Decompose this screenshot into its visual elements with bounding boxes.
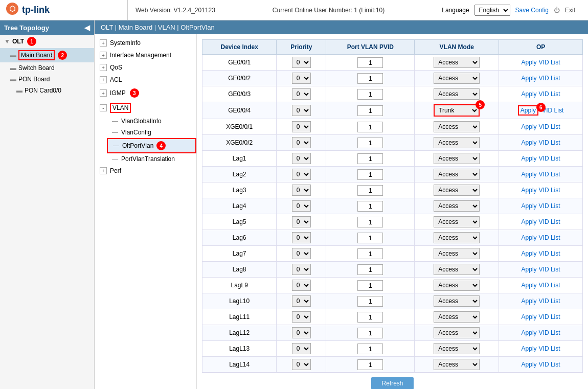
apply-link[interactable]: Apply: [522, 155, 537, 162]
priority-select[interactable]: 01234567: [292, 295, 311, 307]
vlan-mode-select[interactable]: AccessTrunk: [434, 327, 480, 338]
vid-list-link[interactable]: VID List: [539, 187, 560, 194]
vid-list-link[interactable]: VID List: [539, 218, 560, 225]
pvid-input[interactable]: [357, 233, 383, 243]
priority-select[interactable]: 01234567: [292, 248, 311, 259]
pvid-input[interactable]: [357, 201, 383, 212]
vid-list-link[interactable]: VID List: [539, 329, 560, 336]
vid-list-link[interactable]: VID List: [539, 123, 560, 130]
apply-link[interactable]: Apply: [522, 218, 537, 225]
vlan-mode-select[interactable]: AccessTrunk: [434, 137, 480, 148]
nav-vlan-global[interactable]: — VlanGlobalInfo: [107, 116, 196, 127]
vlan-mode-select[interactable]: AccessTrunk: [434, 343, 480, 354]
apply-link[interactable]: Apply: [522, 187, 537, 194]
pvid-input[interactable]: [357, 105, 383, 116]
vlan-mode-select[interactable]: AccessTrunk: [434, 88, 480, 100]
tree-item-switch-board[interactable]: ▬ Switch Board: [0, 62, 94, 74]
priority-select[interactable]: 01234567: [292, 359, 311, 370]
apply-link[interactable]: Apply: [518, 105, 538, 116]
apply-link[interactable]: Apply: [522, 234, 537, 241]
priority-select[interactable]: 01234567: [292, 121, 311, 132]
vid-list-link[interactable]: VID List: [539, 202, 560, 210]
pvid-input[interactable]: [357, 359, 383, 370]
vid-list-link[interactable]: VID List: [539, 313, 560, 321]
pvid-input[interactable]: [357, 344, 383, 354]
vlan-mode-select[interactable]: AccessTrunk: [434, 200, 480, 212]
pvid-input[interactable]: [357, 73, 383, 84]
priority-select[interactable]: 01234567: [292, 311, 311, 323]
apply-link[interactable]: Apply: [522, 313, 537, 321]
apply-link[interactable]: Apply: [522, 123, 537, 130]
priority-select[interactable]: 01234567: [292, 73, 311, 84]
vid-list-link[interactable]: VID List: [539, 282, 560, 289]
save-config-link[interactable]: Save Config: [515, 7, 549, 14]
priority-select[interactable]: 01234567: [292, 232, 311, 243]
tree-item-olt[interactable]: ▼ OLT 1: [0, 35, 94, 48]
priority-select[interactable]: 01234567: [292, 216, 311, 227]
apply-link[interactable]: Apply: [522, 75, 537, 82]
vlan-mode-select[interactable]: AccessTrunk: [434, 248, 480, 259]
vlan-mode-select[interactable]: AccessTrunk: [434, 216, 480, 227]
vlan-mode-select[interactable]: AccessTrunk: [434, 169, 480, 180]
language-select[interactable]: English: [474, 5, 510, 16]
pvid-input[interactable]: [357, 264, 383, 275]
priority-select[interactable]: 01234567: [292, 88, 311, 100]
vid-list-link[interactable]: VID List: [539, 59, 560, 66]
nav-interface-mgmt[interactable]: + Interface Management: [95, 49, 196, 61]
apply-link[interactable]: Apply: [522, 361, 537, 368]
nav-igmp[interactable]: + IGMP 3: [95, 86, 196, 100]
nav-system-info[interactable]: + SystemInfo: [95, 37, 196, 49]
vid-list-link[interactable]: VID List: [539, 139, 560, 146]
priority-select[interactable]: 01234567: [292, 153, 311, 164]
tree-item-pon-card[interactable]: ▬ PON Card0/0: [0, 85, 94, 96]
nav-perf[interactable]: + Perf: [95, 165, 196, 177]
nav-qos[interactable]: + QoS: [95, 61, 196, 74]
vid-list-link[interactable]: VID List: [539, 250, 560, 257]
priority-select[interactable]: 01234567: [292, 343, 311, 354]
vlan-mode-select[interactable]: AccessTrunk: [434, 73, 480, 84]
vlan-mode-select[interactable]: AccessTrunk: [434, 121, 480, 132]
pvid-input[interactable]: [357, 122, 383, 132]
nav-port-vlan-trans[interactable]: — PortVlanTranslation: [107, 153, 196, 165]
vlan-mode-select[interactable]: AccessTrunk: [434, 153, 480, 164]
priority-select[interactable]: 01234567: [292, 137, 311, 148]
refresh-button[interactable]: Refresh: [371, 377, 413, 389]
pvid-input[interactable]: [357, 296, 383, 307]
vid-list-link[interactable]: VID List: [539, 90, 560, 98]
pvid-input[interactable]: [357, 138, 383, 148]
vid-list-link[interactable]: VID List: [539, 171, 560, 178]
nav-acl[interactable]: + ACL: [95, 74, 196, 86]
nav-olt-port-vlan[interactable]: — OltPortVlan 4: [107, 138, 196, 153]
nav-vlan-config[interactable]: — VlanConfig: [107, 127, 196, 138]
priority-select[interactable]: 01234567: [292, 327, 311, 338]
apply-link[interactable]: Apply: [522, 59, 537, 66]
sidebar-toggle[interactable]: ◀: [84, 24, 90, 32]
vlan-mode-select[interactable]: AccessTrunk: [434, 232, 480, 243]
apply-link[interactable]: Apply: [522, 202, 537, 210]
vlan-mode-select[interactable]: AccessTrunk: [434, 359, 480, 370]
vlan-mode-select[interactable]: AccessTrunk: [434, 57, 480, 68]
priority-select[interactable]: 01234567: [292, 169, 311, 180]
vlan-mode-select[interactable]: AccessTrunk: [434, 295, 480, 307]
vid-list-link[interactable]: VID List: [539, 266, 560, 273]
pvid-input[interactable]: [357, 328, 383, 338]
pvid-input[interactable]: [357, 89, 383, 100]
pvid-input[interactable]: [357, 185, 383, 196]
vid-list-link[interactable]: VID List: [539, 361, 560, 368]
apply-link[interactable]: Apply: [522, 250, 537, 257]
vid-list-link[interactable]: VID List: [539, 298, 560, 305]
pvid-input[interactable]: [357, 280, 383, 291]
pvid-input[interactable]: [357, 248, 383, 259]
pvid-input[interactable]: [357, 217, 383, 227]
vid-list-link[interactable]: VID List: [539, 234, 560, 241]
vlan-mode-select[interactable]: AccessTrunk: [434, 104, 480, 117]
priority-select[interactable]: 01234567: [292, 200, 311, 212]
priority-select[interactable]: 01234567: [292, 280, 311, 291]
vlan-mode-select[interactable]: AccessTrunk: [434, 311, 480, 323]
apply-link[interactable]: Apply: [522, 282, 537, 289]
apply-link[interactable]: Apply: [522, 90, 537, 98]
vid-list-link[interactable]: VID List: [539, 75, 560, 82]
apply-link[interactable]: Apply: [522, 139, 537, 146]
vlan-mode-select[interactable]: AccessTrunk: [434, 185, 480, 196]
apply-link[interactable]: Apply: [522, 329, 537, 336]
